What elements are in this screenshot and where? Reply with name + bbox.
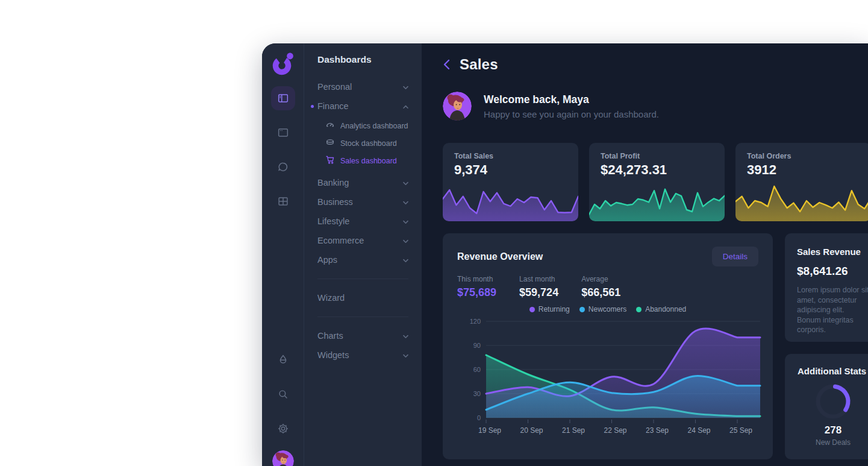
sidebar-submenu: Analytics dashboardStock dashboardSales … (317, 117, 408, 169)
sales-revenue-title: Sales Revenue (797, 247, 868, 257)
rail-item-components[interactable] (271, 189, 295, 213)
sidebar-item-label: Wizard (317, 293, 345, 303)
sidebar-item-personal[interactable]: Personal (317, 77, 408, 96)
welcome-banner: Welcome back, Maya Happy to see you agai… (443, 92, 868, 121)
legend-item-returning[interactable]: Returning (529, 305, 570, 313)
stat-card-label: Total Sales (454, 152, 567, 160)
page-header: Sales (443, 55, 868, 74)
sidebar-item-widgets[interactable]: Widgets (317, 345, 408, 365)
legend-item-abandonned[interactable]: Abandonned (636, 305, 686, 313)
sidebar-item-label: Business (317, 197, 353, 207)
chevron-down-icon (403, 82, 408, 92)
sidebar-subitem-analytics-dashboard[interactable]: Analytics dashboard (317, 117, 408, 134)
sidebar-item-label: Personal (317, 82, 352, 92)
sidebar-item-wizard[interactable]: Wizard (317, 288, 408, 307)
revenue-stat-label: Last month (519, 275, 558, 283)
svg-text:30: 30 (473, 390, 481, 397)
search-button[interactable] (271, 382, 295, 406)
sidebar-item-finance[interactable]: Finance (317, 96, 408, 116)
svg-text:24 Sep: 24 Sep (687, 426, 710, 435)
search-icon (276, 388, 290, 401)
sidebar-subitem-label: Analytics dashboard (340, 122, 408, 130)
stat-card-value: 3912 (747, 162, 860, 178)
icon-rail (262, 43, 304, 466)
sidebar-item-lifestyle[interactable]: Lifestyle (317, 212, 408, 231)
svg-text:19 Sep: 19 Sep (478, 426, 501, 435)
rail-item-dashboards[interactable] (271, 86, 295, 110)
revenue-stat-value: $75,689 (457, 286, 496, 299)
content-row: Revenue Overview Details This month$75,6… (443, 233, 868, 459)
legend-dot-icon (529, 307, 535, 312)
gauge-icon (325, 120, 335, 131)
grid-icon (276, 195, 290, 208)
sidebar-item-business[interactable]: Business (317, 192, 408, 212)
right-column: Sales Revenue $8,641.26 Lorem ipsum dolo… (785, 233, 868, 459)
rail-bottom-group (271, 338, 295, 466)
rail-item-messages[interactable] (271, 155, 295, 179)
chevron-up-icon (403, 101, 408, 111)
settings-button[interactable] (271, 417, 295, 441)
revenue-stat-value: $66,561 (581, 286, 620, 299)
active-group-bullet-icon (311, 105, 314, 108)
page-title: Sales (460, 56, 498, 73)
app-logo[interactable] (271, 52, 295, 76)
chevron-down-icon (403, 178, 408, 187)
stat-card-value: 9,374 (454, 162, 567, 178)
revenue-stat-value: $59,724 (519, 286, 558, 299)
sparkline-chart (443, 179, 578, 221)
stat-card-label: Total Orders (747, 152, 860, 160)
stat-card-total-sales[interactable]: Total Sales9,374 (443, 143, 578, 221)
main-content: Sales Welcome back, Maya Happy to see yo… (422, 43, 868, 466)
sidebar-item-ecommerce[interactable]: Ecommerce (317, 231, 408, 250)
svg-text:120: 120 (470, 318, 481, 325)
new-deals-label: New Deals (816, 438, 851, 447)
sales-revenue-description: Lorem ipsum dolor sit amet, consectetur … (797, 285, 868, 335)
sales-revenue-value: $8,641.26 (797, 265, 868, 278)
details-button[interactable]: Details (712, 247, 758, 266)
stat-cards-row: Total Sales9,374Total Profit$24,273.31To… (443, 143, 868, 221)
sidebar-subitem-label: Sales dashboard (340, 157, 397, 165)
revenue-stat-last-month: Last month$59,724 (519, 275, 558, 299)
svg-text:60: 60 (473, 366, 481, 373)
revenue-stat-label: Average (581, 275, 620, 283)
sidebar-subitem-label: Stock dashboard (340, 139, 397, 148)
menu-divider (317, 279, 408, 279)
rail-item-pages[interactable] (271, 121, 295, 145)
cart-icon (325, 155, 335, 166)
sidebar-title: Dashboards (317, 54, 408, 65)
user-avatar-small[interactable] (272, 450, 294, 466)
legend-item-newcomers[interactable]: Newcomers (579, 305, 626, 313)
svg-text:21 Sep: 21 Sep (562, 426, 585, 435)
page-background: Dashboards PersonalFinanceAnalytics dash… (0, 0, 868, 466)
stat-card-value: $24,273.31 (601, 162, 713, 178)
sidebar: Dashboards PersonalFinanceAnalytics dash… (304, 43, 422, 466)
sidebar-subitem-sales-dashboard[interactable]: Sales dashboard (317, 152, 408, 169)
revenue-stat-average: Average$66,561 (581, 275, 620, 299)
sidebar-item-banking[interactable]: Banking (317, 173, 408, 192)
chevron-down-icon (403, 255, 408, 265)
sidebar-item-apps[interactable]: Apps (317, 250, 408, 269)
area-chart-svg: 030609012019 Sep20 Sep21 Sep22 Sep23 Sep… (457, 318, 761, 439)
legend-dot-icon (636, 307, 642, 312)
revenue-stats: This month$75,689Last month$59,724Averag… (457, 275, 758, 299)
chat-icon (276, 160, 290, 174)
svg-text:90: 90 (473, 342, 481, 349)
chevron-down-icon (403, 331, 408, 341)
legend-label: Newcomers (589, 305, 626, 313)
svg-text:0: 0 (477, 414, 481, 421)
sidebar-item-label: Apps (317, 255, 337, 265)
svg-text:22 Sep: 22 Sep (604, 426, 626, 435)
chevron-down-icon (403, 350, 408, 360)
theme-toggle-button[interactable] (271, 348, 295, 372)
stat-card-total-orders[interactable]: Total Orders3912 (735, 143, 868, 221)
sidebar-item-label: Widgets (317, 350, 349, 360)
stat-card-total-profit[interactable]: Total Profit$24,273.31 (589, 143, 725, 221)
chevron-down-icon (403, 236, 408, 245)
sidebar-item-label: Lifestyle (317, 216, 349, 226)
window-icon (276, 126, 290, 139)
sidebar-item-charts[interactable]: Charts (317, 326, 408, 345)
sidebar-subitem-stock-dashboard[interactable]: Stock dashboard (317, 134, 408, 152)
additional-stats-title: Additional Stats (798, 366, 866, 376)
back-button[interactable] (443, 58, 451, 71)
sidebar-layout-icon (276, 92, 290, 105)
